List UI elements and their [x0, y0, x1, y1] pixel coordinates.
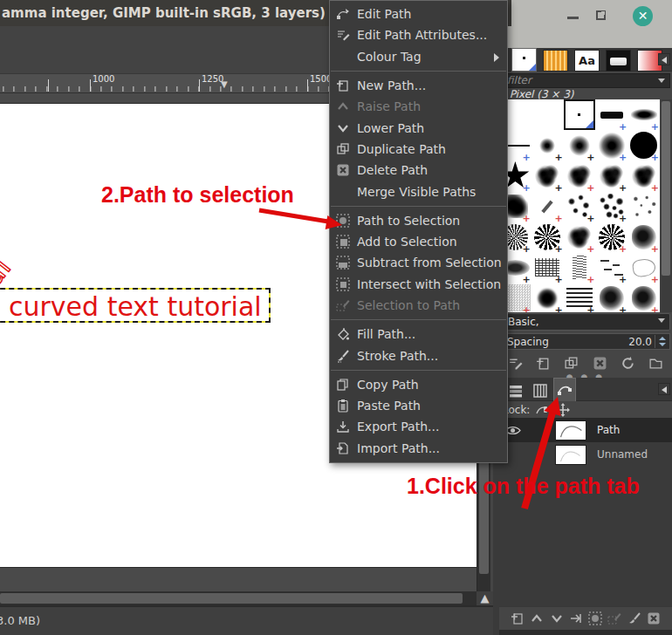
- brush-thumbnail-scratches[interactable]: +: [564, 252, 596, 283]
- brush-thumbnail-splat[interactable]: +: [564, 222, 596, 252]
- brush-thumbnail-pixel-selected[interactable]: [564, 99, 596, 130]
- selected-corner-icon: [529, 64, 536, 71]
- path-name[interactable]: Path: [597, 424, 620, 436]
- new-brush-button[interactable]: [534, 354, 552, 372]
- menu-item-import-path[interactable]: Import Path...: [330, 438, 507, 459]
- menu-item-colour-tag[interactable]: Colour Tag: [330, 46, 507, 67]
- horizontal-scrollbar[interactable]: [0, 591, 477, 605]
- collapse-left-icon[interactable]: [658, 53, 670, 65]
- menu-item-stroke-path[interactable]: Stroke Path...: [330, 345, 507, 365]
- path-row[interactable]: Unnamed: [499, 442, 672, 467]
- brush-thumbnail-splat[interactable]: +: [564, 160, 596, 191]
- brush-tag-select[interactable]: Basic,: [501, 313, 670, 331]
- minimize-button[interactable]: [567, 17, 579, 19]
- brush-thumbnail-fuzzy-med[interactable]: +: [564, 130, 596, 160]
- menu-item-edit-path-attributes[interactable]: Edit Path Attributes...: [330, 24, 507, 45]
- layers-channels-paths-tab-bar: [499, 378, 672, 401]
- new-path-icon: [335, 79, 350, 93]
- tab-fonts[interactable]: Aa: [574, 50, 600, 72]
- tab-gradients[interactable]: [606, 50, 631, 72]
- open-brush-as-image-button[interactable]: [648, 354, 665, 372]
- brush-thumbnail-bar[interactable]: +: [595, 99, 627, 130]
- menu-item-merge-visible-paths[interactable]: Merge Visible Paths: [330, 181, 507, 201]
- brush-thumbnail-stroke-diag[interactable]: +: [531, 191, 564, 222]
- brush-thumbnail-dots-many[interactable]: +: [595, 191, 627, 222]
- brush-thumbnail-cells[interactable]: +: [595, 222, 627, 252]
- brush-thumbnail-splat[interactable]: +: [627, 160, 660, 191]
- tab-channels[interactable]: [529, 380, 552, 401]
- canvas-navigation-button[interactable]: ▲: [477, 591, 493, 605]
- duplicate-brush-button[interactable]: [563, 354, 580, 372]
- menu-item-intersect-with-selection[interactable]: Intersect with Selection: [330, 274, 507, 295]
- new-path-button[interactable]: [510, 611, 525, 626]
- spacing-label: Spacing: [507, 335, 549, 349]
- spacing-spinner[interactable]: [655, 335, 669, 348]
- path-row[interactable]: Path: [499, 418, 672, 442]
- brush-grid[interactable]: +++++++++++++++++++++++++++++++: [499, 99, 660, 312]
- brush-filter-input[interactable]: filter: [501, 73, 670, 88]
- brush-thumbnail-grunge[interactable]: +: [627, 222, 660, 252]
- brush-thumbnail-circle-solid[interactable]: +: [627, 130, 660, 160]
- brush-thumbnail-grunge[interactable]: +: [595, 283, 627, 312]
- edit-brush-button[interactable]: [506, 354, 524, 372]
- menu-item-edit-path[interactable]: Edit Path: [330, 3, 507, 24]
- selection-to-path-button[interactable]: [607, 611, 622, 626]
- path-name[interactable]: Unnamed: [597, 448, 648, 461]
- horizontal-scrollbar-handle[interactable]: [0, 593, 463, 604]
- brush-thumbnail-fuzzy-large[interactable]: +: [595, 130, 627, 160]
- menu-item-paste-path[interactable]: Paste Path: [330, 395, 507, 416]
- brush-thumbnail-dashes[interactable]: +: [595, 252, 627, 283]
- path-thumbnail[interactable]: [555, 420, 586, 440]
- collapse-left-icon[interactable]: [658, 383, 670, 395]
- lower-path-button[interactable]: [549, 611, 565, 626]
- brush-grid-scrollbar[interactable]: [661, 99, 672, 312]
- edit-path-icon: [335, 7, 350, 22]
- menu-item-delete-path[interactable]: Delete Path: [330, 160, 507, 181]
- menu-item-add-to-selection[interactable]: Add to Selection: [330, 231, 507, 252]
- brush-thumbnail-cells[interactable]: +: [531, 222, 564, 252]
- brush-thumbnail-splat[interactable]: +: [531, 160, 564, 191]
- brush-grid-scrollbar-handle[interactable]: [662, 101, 670, 276]
- brush-thumbnail-hatch[interactable]: +: [531, 252, 564, 283]
- path-to-selection-button[interactable]: [587, 611, 603, 626]
- menu-item-export-path[interactable]: Export Path...: [330, 416, 507, 437]
- brush-thumbnail-blank[interactable]: [531, 99, 564, 130]
- menu-item-raise-path[interactable]: Raise Path: [330, 96, 507, 117]
- lock-path-strokes-icon[interactable]: [536, 403, 550, 417]
- path-thumbnail[interactable]: [555, 445, 586, 465]
- brush-thumbnail-dots-few[interactable]: +: [564, 191, 596, 222]
- restore-button[interactable]: [596, 10, 606, 20]
- brush-thumbnail-lines-h[interactable]: +: [564, 283, 596, 312]
- menu-item-selection-to-path[interactable]: Selection to Path: [330, 295, 507, 316]
- close-button[interactable]: ✕: [633, 6, 653, 26]
- menu-item-new-path[interactable]: New Path...: [330, 75, 507, 96]
- refresh-brushes-button[interactable]: [620, 354, 637, 372]
- tab-paths[interactable]: [553, 378, 576, 401]
- menu-item-path-to-selection[interactable]: Path to Selection: [330, 210, 507, 231]
- brush-thumbnail-splat[interactable]: +: [595, 160, 627, 191]
- raise-path-button[interactable]: [529, 611, 545, 626]
- menu-item-fill-path[interactable]: Fill Path...: [330, 324, 507, 345]
- gimp-window: amma integer, GIMP built-in sRGB, 3 laye…: [0, 0, 672, 635]
- brush-thumbnail-fuzzy-small[interactable]: +: [531, 130, 564, 160]
- tab-patterns[interactable]: [543, 50, 568, 72]
- dock-bottom-strip: [499, 630, 672, 635]
- brush-thumbnail-blob-dark[interactable]: +: [531, 283, 564, 312]
- brush-thumbnail-soft-ellipse[interactable]: +: [627, 99, 660, 130]
- paths-dialog-button-bar: [499, 606, 672, 630]
- current-brush-label: . Pixel (3 × 3): [503, 88, 574, 100]
- menu-item-duplicate-path[interactable]: Duplicate Path: [330, 139, 507, 160]
- tab-brushes[interactable]: [511, 48, 537, 72]
- delete-brush-button[interactable]: [591, 354, 608, 372]
- duplicate-path-button[interactable]: [568, 611, 584, 626]
- lock-position-icon[interactable]: [556, 403, 570, 417]
- menu-item-subtract-from-selection[interactable]: Subtract from Selection: [330, 252, 507, 273]
- menu-item-copy-path[interactable]: Copy Path: [330, 374, 507, 395]
- brush-thumbnail-dots-sparse[interactable]: [627, 191, 660, 222]
- brush-thumbnail-animal[interactable]: +: [627, 252, 660, 283]
- delete-path-button[interactable]: [646, 611, 662, 626]
- spacing-slider[interactable]: Spacing 20.0: [501, 333, 670, 350]
- stroke-path-button[interactable]: [627, 611, 642, 626]
- brush-thumbnail-grunge[interactable]: +: [627, 283, 660, 312]
- menu-item-lower-path[interactable]: Lower Path: [330, 117, 507, 138]
